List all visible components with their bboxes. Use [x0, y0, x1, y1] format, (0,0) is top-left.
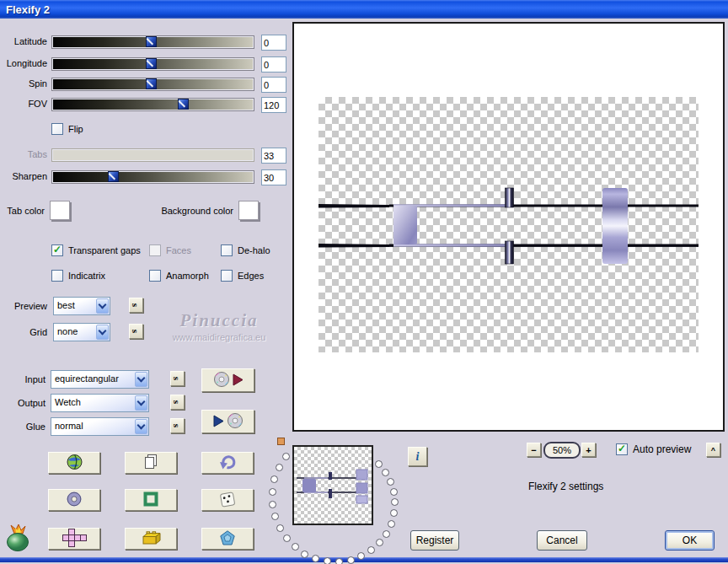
ring-dot[interactable] [388, 520, 395, 528]
longitude-slider[interactable] [52, 58, 254, 70]
anamorph-checkbox[interactable] [149, 270, 161, 282]
ring-dot[interactable] [367, 546, 375, 554]
background-color-swatch[interactable] [238, 201, 259, 220]
zoom-level[interactable]: 50% [543, 442, 581, 459]
transparent-gaps-checkbox[interactable] [51, 244, 63, 256]
window-title: Flexify 2 [6, 3, 50, 16]
output-select[interactable]: Wetch [51, 394, 149, 412]
unfolded-cube-button[interactable] [48, 528, 100, 550]
grid-s-button[interactable]: s [129, 324, 143, 339]
longitude-slider-thumb[interactable] [146, 58, 157, 69]
ring-button[interactable] [48, 489, 100, 511]
preview-image [318, 97, 699, 354]
sharpen-slider-thumb[interactable] [108, 171, 119, 182]
preview-thumbnail[interactable] [292, 445, 373, 525]
output-select-value: Wetch [55, 397, 81, 407]
preview-panel [292, 22, 725, 432]
polyhedron-button[interactable] [201, 528, 254, 550]
ring-dot[interactable] [276, 464, 283, 471]
preview-s-button[interactable]: s [129, 298, 143, 313]
ring-dot[interactable] [271, 513, 279, 520]
edges-checkbox[interactable] [221, 270, 233, 282]
save-settings-button[interactable] [201, 410, 254, 433]
dice-button[interactable] [201, 489, 254, 511]
zoom-out-button[interactable]: − [527, 443, 541, 457]
disc-icon [213, 371, 230, 389]
ring-dot[interactable] [269, 501, 276, 508]
cancel-button[interactable]: Cancel [537, 530, 587, 551]
fov-input[interactable] [261, 97, 286, 113]
title-bar[interactable]: Flexify 2 [0, 0, 728, 19]
ok-button[interactable]: OK [665, 530, 715, 551]
indicatrix-checkbox[interactable] [51, 270, 63, 282]
ring-dot[interactable] [383, 530, 390, 538]
chevron-down-icon[interactable] [135, 372, 147, 387]
latitude-input[interactable] [261, 35, 286, 51]
fov-slider[interactable] [52, 99, 254, 110]
ring-dot[interactable] [391, 498, 399, 506]
input-select[interactable]: equirectangular [51, 370, 149, 389]
spin-slider-thumb[interactable] [146, 78, 157, 89]
unfolded-cube-icon [62, 529, 87, 549]
longitude-input[interactable] [261, 56, 286, 73]
collapse-button[interactable]: ^ [706, 443, 720, 457]
watermark: Pinuccia www.maidiregrafica.eu [156, 310, 282, 342]
ring-dot[interactable] [382, 469, 389, 476]
grid-label: Grid [0, 327, 47, 338]
load-settings-button[interactable] [201, 368, 254, 392]
undo-button[interactable] [201, 452, 254, 474]
auto-preview-checkbox[interactable] [616, 443, 628, 455]
output-s-button[interactable]: s [170, 395, 185, 410]
spin-input[interactable] [261, 77, 286, 93]
ring-dot[interactable] [390, 509, 398, 517]
lego-brick-button[interactable] [125, 528, 177, 550]
glue-s-button[interactable]: s [170, 418, 185, 433]
ring-dot[interactable] [292, 543, 299, 551]
latitude-slider-thumb[interactable] [146, 36, 157, 47]
info-button[interactable]: i [408, 447, 427, 466]
globe-icon [66, 454, 83, 472]
ring-dot[interactable] [269, 488, 276, 496]
glue-label: Glue [0, 422, 46, 432]
frame-button[interactable] [125, 489, 177, 511]
de-halo-checkbox[interactable] [221, 244, 233, 256]
sharpen-input[interactable] [261, 169, 286, 185]
grid-select[interactable]: none [53, 323, 110, 341]
grid-select-value: none [57, 326, 78, 336]
flip-checkbox[interactable] [51, 123, 63, 135]
minus-icon: − [531, 445, 536, 455]
register-button[interactable]: Register [410, 530, 459, 551]
ring-dot[interactable] [375, 460, 383, 468]
tabs-input[interactable] [261, 148, 286, 164]
info-icon: i [416, 450, 420, 464]
input-s-button[interactable]: s [170, 371, 185, 386]
ring-dot[interactable] [387, 478, 394, 486]
chevron-down-icon[interactable] [135, 419, 147, 434]
fov-slider-thumb[interactable] [178, 99, 189, 110]
tab-color-swatch[interactable] [50, 201, 70, 220]
ring-dot[interactable] [270, 475, 278, 483]
ring-dot[interactable] [390, 488, 398, 496]
preview-select[interactable]: best [53, 297, 110, 315]
sharpen-slider[interactable] [52, 171, 254, 183]
ring-dot[interactable] [282, 453, 290, 460]
tabs-label: Tabs [0, 149, 47, 160]
ring-dot[interactable] [376, 539, 383, 546]
flip-label: Flip [68, 124, 83, 135]
spin-slider[interactable] [52, 78, 254, 90]
zoom-in-button[interactable]: + [581, 443, 596, 457]
dial-handle[interactable] [277, 438, 285, 445]
glue-select[interactable]: normal [51, 417, 149, 436]
chevron-down-icon[interactable] [96, 325, 109, 340]
spin-label: Spin [0, 78, 47, 89]
flaming-pear-logo[interactable] [3, 524, 32, 553]
ring-dot[interactable] [283, 534, 291, 542]
chevron-down-icon[interactable] [135, 395, 147, 411]
ring-dot[interactable] [276, 524, 284, 532]
latitude-slider[interactable] [52, 36, 254, 48]
globe-button[interactable] [48, 452, 100, 474]
chevron-down-icon[interactable] [96, 298, 109, 314]
copy-button[interactable] [125, 452, 177, 474]
lego-brick-icon [141, 531, 162, 547]
disc-icon [227, 412, 244, 431]
